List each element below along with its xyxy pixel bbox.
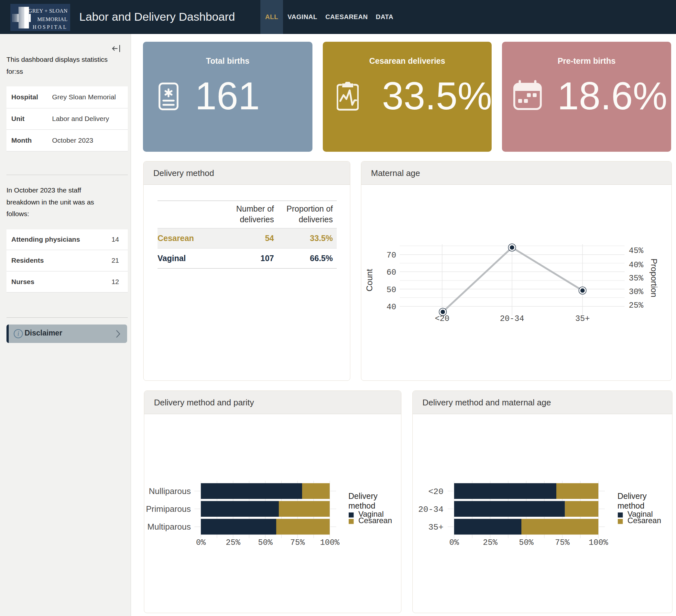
svg-text:40: 40 xyxy=(387,302,396,312)
svg-text:70: 70 xyxy=(387,251,396,260)
svg-text:Nulliparous: Nulliparous xyxy=(149,486,191,496)
svg-text:Delivery: Delivery xyxy=(348,492,378,501)
svg-text:40%: 40% xyxy=(629,261,644,270)
svg-text:i: i xyxy=(17,330,19,337)
svg-text:Proportion: Proportion xyxy=(649,259,659,297)
svg-text:100%: 100% xyxy=(320,538,340,547)
svg-text:75%: 75% xyxy=(555,538,570,547)
svg-text:25%: 25% xyxy=(629,301,644,310)
svg-text:Delivery: Delivery xyxy=(617,492,647,501)
svg-text:100%: 100% xyxy=(589,538,608,547)
svg-text:50%: 50% xyxy=(258,538,273,547)
svg-text:75%: 75% xyxy=(290,538,305,547)
svg-text:Cesarean: Cesarean xyxy=(627,516,661,525)
svg-text:35+: 35+ xyxy=(575,314,589,324)
svg-text:30%: 30% xyxy=(629,287,644,297)
svg-text:20-34: 20-34 xyxy=(418,505,443,514)
svg-text:method: method xyxy=(617,501,644,510)
svg-text:25%: 25% xyxy=(483,538,498,547)
svg-text:60: 60 xyxy=(387,268,396,277)
svg-text:25%: 25% xyxy=(226,538,241,547)
svg-text:0%: 0% xyxy=(196,538,206,547)
svg-text:50%: 50% xyxy=(519,538,534,547)
svg-text:0%: 0% xyxy=(449,538,459,547)
svg-text:35+: 35+ xyxy=(428,522,443,532)
svg-text:Multiparous: Multiparous xyxy=(148,522,191,531)
svg-text:20-34: 20-34 xyxy=(500,314,524,324)
svg-text:method: method xyxy=(348,501,375,510)
svg-text:50: 50 xyxy=(387,285,396,295)
svg-text:MEMORIAL: MEMORIAL xyxy=(37,16,68,22)
svg-text:Primiparous: Primiparous xyxy=(146,504,191,514)
svg-text:Count: Count xyxy=(364,269,374,291)
svg-text:<20: <20 xyxy=(428,487,443,497)
svg-text:<20: <20 xyxy=(435,314,449,324)
svg-text:GREY + SLOAN: GREY + SLOAN xyxy=(28,8,68,14)
svg-text:Cesarean: Cesarean xyxy=(358,516,392,525)
svg-text:45%: 45% xyxy=(629,246,644,256)
svg-text:35%: 35% xyxy=(629,274,644,283)
svg-text:HOSPITAL: HOSPITAL xyxy=(33,24,68,30)
